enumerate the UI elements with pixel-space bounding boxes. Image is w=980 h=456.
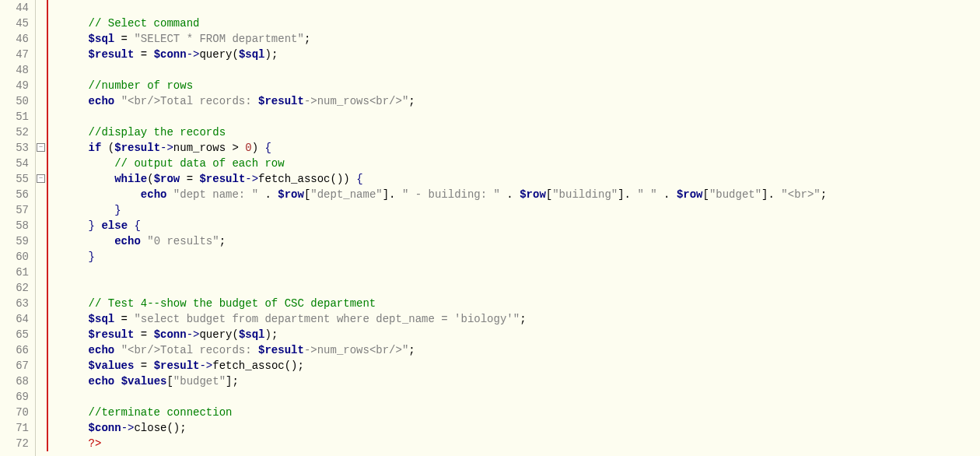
code-area[interactable]: // Select command $sql = "SELECT * FROM … xyxy=(61,0,980,456)
line-number: 58 xyxy=(0,218,29,233)
code-line[interactable]: // Test 4--show the budget of CSC depart… xyxy=(62,296,980,311)
code-line[interactable]: echo "0 results"; xyxy=(62,233,980,249)
fold-toggle[interactable]: − xyxy=(37,174,45,183)
line-number: 56 xyxy=(0,187,29,202)
line-number: 54 xyxy=(0,156,29,171)
line-number: 71 xyxy=(0,420,29,436)
change-margin xyxy=(47,0,61,456)
code-line[interactable]: $sql = "select budget from department wh… xyxy=(62,311,980,327)
line-number: 68 xyxy=(0,374,29,389)
code-line[interactable]: // Select command xyxy=(62,16,980,31)
code-line[interactable]: //display the records xyxy=(62,125,980,140)
line-number: 62 xyxy=(0,280,29,296)
change-indicator xyxy=(47,0,48,451)
code-line[interactable]: $result = $conn->query($sql); xyxy=(62,47,980,62)
code-line[interactable]: //terminate connection xyxy=(62,405,980,420)
line-number: 46 xyxy=(0,31,29,47)
code-line[interactable]: $conn->close(); xyxy=(62,420,980,436)
line-number-gutter: 4445464748495051525354555657585960616263… xyxy=(0,0,36,456)
line-number: 45 xyxy=(0,16,29,31)
line-number: 53 xyxy=(0,140,29,156)
line-number: 59 xyxy=(0,233,29,249)
line-number: 61 xyxy=(0,265,29,280)
code-line[interactable]: echo $values["budget"]; xyxy=(62,374,980,389)
line-number: 51 xyxy=(0,109,29,125)
line-number: 49 xyxy=(0,78,29,93)
code-line[interactable] xyxy=(62,62,980,78)
code-line[interactable]: echo "<br/>Total records: $result->num_r… xyxy=(62,342,980,358)
line-number: 60 xyxy=(0,249,29,265)
line-number: 44 xyxy=(0,0,29,16)
code-line[interactable]: } xyxy=(62,202,980,218)
code-line[interactable]: ?> xyxy=(62,436,980,451)
code-line[interactable]: $values = $result->fetch_assoc(); xyxy=(62,358,980,374)
line-number: 66 xyxy=(0,342,29,358)
line-number: 70 xyxy=(0,405,29,420)
line-number: 55 xyxy=(0,171,29,187)
line-number: 72 xyxy=(0,436,29,451)
code-line[interactable] xyxy=(62,0,980,16)
code-line[interactable]: $sql = "SELECT * FROM department"; xyxy=(62,31,980,47)
code-line[interactable]: echo "dept name: " . $row["dept_name"]. … xyxy=(62,187,980,202)
code-line[interactable]: echo "<br/>Total records: $result->num_r… xyxy=(62,93,980,109)
code-line[interactable]: } else { xyxy=(62,218,980,233)
code-line[interactable]: //number of rows xyxy=(62,78,980,93)
line-number: 52 xyxy=(0,125,29,140)
line-number: 65 xyxy=(0,327,29,342)
line-number: 57 xyxy=(0,202,29,218)
code-line[interactable]: if ($result->num_rows > 0) { xyxy=(62,140,980,156)
line-number: 67 xyxy=(0,358,29,374)
fold-toggle[interactable]: − xyxy=(37,143,45,152)
code-line[interactable]: while($row = $result->fetch_assoc()) { xyxy=(62,171,980,187)
line-number: 64 xyxy=(0,311,29,327)
code-line[interactable] xyxy=(62,265,980,280)
fold-margin: −− xyxy=(36,0,47,456)
code-line[interactable] xyxy=(62,280,980,296)
code-line[interactable]: // output data of each row xyxy=(62,156,980,171)
code-line[interactable]: $result = $conn->query($sql); xyxy=(62,327,980,342)
line-number: 69 xyxy=(0,389,29,405)
line-number: 63 xyxy=(0,296,29,311)
code-line[interactable] xyxy=(62,389,980,405)
line-number: 47 xyxy=(0,47,29,62)
code-line[interactable] xyxy=(62,109,980,125)
code-line[interactable]: } xyxy=(62,249,980,265)
line-number: 48 xyxy=(0,62,29,78)
line-number: 50 xyxy=(0,93,29,109)
